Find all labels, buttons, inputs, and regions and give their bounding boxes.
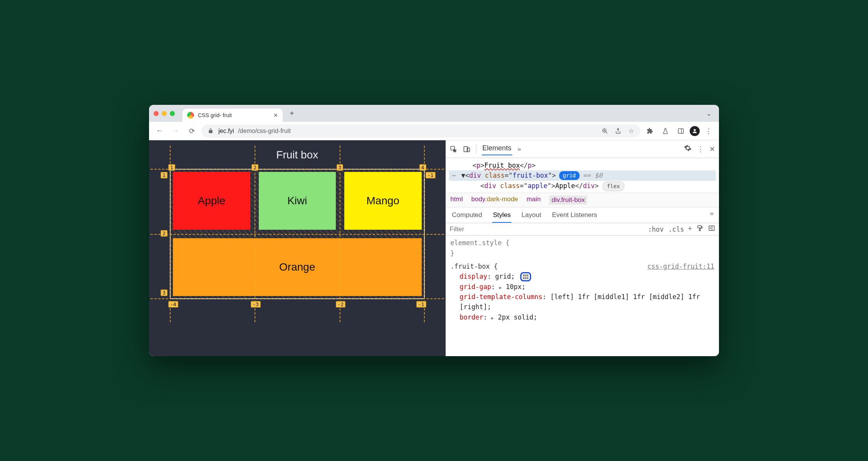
neg-row-label: -1 (426, 172, 436, 178)
kebab-menu-icon[interactable]: ⋮ (702, 125, 715, 138)
styles-filter-input[interactable] (450, 225, 644, 233)
rule-selector: .fruit-box { (451, 262, 498, 270)
devtools-panel: Elements » ⋮ ✕ <p>Fruit box</p> ⋯ ▼<div … (446, 140, 719, 356)
selected-dom-node[interactable]: ⋯ ▼<div class="fruit-box"> grid == $0 (449, 170, 716, 180)
url-host: jec.fyi (218, 128, 234, 135)
expand-siblings-icon[interactable]: ⋯ (450, 170, 458, 180)
svg-rect-6 (698, 226, 701, 228)
crumb[interactable]: body.dark-mode (471, 195, 518, 205)
col-line-label: 3 (337, 164, 344, 171)
more-subtabs-icon[interactable]: » (710, 210, 714, 223)
svg-point-2 (694, 129, 695, 131)
crumb[interactable]: main (526, 195, 541, 205)
subtab-event-listeners[interactable]: Event Listeners (551, 210, 598, 223)
new-tab-button[interactable]: + (287, 109, 297, 118)
neg-col-label: -3 (251, 301, 261, 308)
browser-tab[interactable]: CSS grid- fruit ✕ (183, 109, 283, 122)
svg-rect-11 (527, 274, 528, 276)
devtools-top-bar: Elements » ⋮ ✕ (446, 140, 719, 158)
svg-rect-13 (525, 277, 526, 279)
share-icon[interactable] (614, 127, 622, 135)
cell-apple: Apple (173, 172, 250, 230)
settings-icon[interactable] (684, 144, 692, 154)
extensions-icon[interactable] (643, 125, 657, 138)
reload-button[interactable]: ⟳ (185, 125, 198, 138)
styles-subtabs: Computed Styles Layout Event Listeners » (446, 207, 719, 223)
neg-col-label: -4 (168, 301, 178, 308)
close-window-button[interactable] (154, 111, 159, 116)
col-line-label: 2 (251, 164, 258, 171)
favicon-icon (187, 112, 194, 119)
grid-overlay-wrap: Apple Kiwi Mango Orange 1 2 3 4 1 2 3 -1… (170, 169, 425, 299)
zoom-icon[interactable] (601, 127, 609, 135)
cell-kiwi: Kiwi (259, 172, 336, 230)
url-path: /demo/css-grid-fruit (238, 128, 291, 135)
hov-toggle[interactable]: :hov (648, 225, 664, 233)
row-line-label: 1 (161, 172, 168, 178)
svg-rect-7 (699, 229, 700, 231)
inline-style-label: element.style { (451, 238, 714, 248)
dom-breadcrumbs[interactable]: html body.dark-mode main div.fruit-box (446, 193, 719, 207)
back-button[interactable]: ← (153, 125, 166, 138)
flex-badge[interactable]: flex (603, 182, 624, 192)
content-area: Fruit box Apple Kiwi Mango Orange 1 (149, 140, 719, 356)
dom-tree[interactable]: <p>Fruit box</p> ⋯ ▼<div class="fruit-bo… (446, 158, 719, 193)
browser-window: CSS grid- fruit ✕ + ⌄ ← → ⟳ jec.fyi/demo… (149, 105, 719, 356)
col-line-label: 4 (419, 164, 426, 171)
computed-toggle-icon[interactable] (708, 225, 715, 234)
subtab-layout[interactable]: Layout (521, 210, 542, 223)
cls-toggle[interactable]: .cls (669, 225, 684, 233)
sidepanel-icon[interactable] (674, 125, 687, 138)
row-line-label: 3 (161, 289, 168, 296)
close-devtools-icon[interactable]: ✕ (709, 145, 715, 153)
page-viewport: Fruit box Apple Kiwi Mango Orange 1 (149, 140, 446, 356)
svg-rect-9 (523, 274, 524, 276)
omnibox-actions: ☆ (601, 127, 635, 135)
maximize-window-button[interactable] (170, 111, 175, 116)
bookmark-icon[interactable]: ☆ (627, 127, 635, 135)
svg-rect-1 (678, 129, 684, 133)
devtools-menu-icon[interactable]: ⋮ (697, 145, 704, 153)
minimize-window-button[interactable] (162, 111, 167, 116)
cell-mango: Mango (344, 172, 422, 230)
profile-avatar[interactable] (690, 126, 700, 136)
browser-toolbar: ← → ⟳ jec.fyi/demo/css-grid-fruit ☆ ⋮ (149, 122, 719, 140)
forward-button[interactable]: → (169, 125, 182, 138)
grid-badge[interactable]: grid (559, 171, 580, 180)
paint-icon[interactable] (697, 225, 704, 234)
more-panels-icon[interactable]: » (518, 145, 521, 153)
subtab-computed[interactable]: Computed (451, 210, 483, 223)
svg-rect-12 (523, 277, 524, 279)
crumb-selected[interactable]: div.fruit-box (549, 195, 587, 205)
neg-col-label: -1 (416, 301, 426, 308)
svg-rect-14 (527, 277, 528, 279)
grid-editor-button[interactable] (520, 272, 531, 281)
svg-rect-10 (525, 274, 526, 276)
labs-icon[interactable] (659, 125, 672, 138)
inspect-icon[interactable] (450, 145, 457, 153)
styles-pane[interactable]: element.style { } css-grid-fruit:11 .fru… (446, 236, 719, 356)
crumb[interactable]: html (451, 195, 463, 205)
page-heading: Fruit box (161, 149, 434, 161)
tab-strip: CSS grid- fruit ✕ + ⌄ (149, 105, 719, 122)
tab-title: CSS grid- fruit (198, 112, 232, 118)
new-rule-icon[interactable]: + (688, 225, 692, 234)
rule-source-link[interactable]: css-grid-fruit:11 (647, 261, 714, 271)
close-tab-icon[interactable]: ✕ (273, 112, 278, 118)
window-controls (154, 111, 175, 116)
col-line-label: 1 (168, 164, 175, 171)
expand-tabs-icon[interactable]: ⌄ (703, 110, 714, 117)
row-line-label: 2 (161, 230, 168, 237)
elements-tab[interactable]: Elements (482, 143, 512, 155)
lock-icon (207, 127, 214, 135)
subtab-styles[interactable]: Styles (492, 210, 511, 223)
address-bar[interactable]: jec.fyi/demo/css-grid-fruit ☆ (201, 125, 640, 138)
neg-col-label: -2 (336, 301, 346, 308)
device-toggle-icon[interactable] (463, 145, 471, 153)
styles-filter-bar: :hov .cls + (446, 223, 719, 236)
cell-orange: Orange (173, 238, 422, 296)
